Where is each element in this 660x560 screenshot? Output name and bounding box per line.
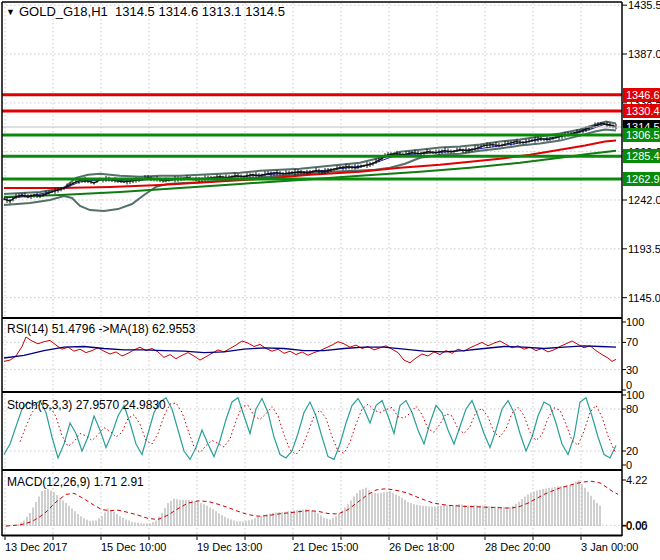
trading-chart-window: ▼GOLD_G18,H1 1314.5 1314.6 1313.1 1314.5… xyxy=(0,0,660,560)
rsi-indicator-label: RSI(14) 51.4796 ->MA(18) 62.9553 xyxy=(7,322,195,336)
time-axis-label: 28 Dec 20:00 xyxy=(485,541,550,553)
time-axis-label: 21 Dec 15:00 xyxy=(293,541,358,553)
stoch-scale-label: 80 xyxy=(626,403,638,415)
symbol-dropdown-icon[interactable]: ▼ xyxy=(6,7,15,17)
chart-title: ▼GOLD_G18,H1 1314.5 1314.6 1313.1 1314.5 xyxy=(6,4,285,19)
stoch-scale-label: 20 xyxy=(626,445,638,457)
stoch-scale-label: 100 xyxy=(626,389,644,401)
price-level-badge-1306.5: 1306.5 xyxy=(623,128,660,142)
y-axis-label: 1435.5 xyxy=(628,0,660,12)
macd-scale-label: 0.00 xyxy=(626,520,647,532)
price-level-badge-1330.4: 1330.4 xyxy=(623,104,660,118)
y-axis-label: 1193.5 xyxy=(628,242,660,256)
time-axis-label: 13 Dec 2017 xyxy=(5,541,67,553)
y-axis-label: 1145.0 xyxy=(628,291,660,305)
macd-indicator-label: MACD(12,26,9) 1.71 2.91 xyxy=(7,475,144,489)
symbol-timeframe-label: GOLD_G18,H1 xyxy=(19,4,108,19)
stoch-indicator-label: Stoch(5,3,3) 27.9570 24.9830 xyxy=(7,398,166,412)
rsi-scale-label: 100 xyxy=(626,316,644,328)
time-axis-label: 3 Jan 00:00 xyxy=(581,541,639,553)
y-axis-label: 1242.0 xyxy=(628,193,660,207)
macd-scale-label: 4.22 xyxy=(626,474,647,486)
price-level-badge-1262.9: 1262.9 xyxy=(623,172,660,186)
ohlc-quotes: 1314.5 1314.6 1313.1 1314.5 xyxy=(115,4,285,19)
stoch-scale-label: 0 xyxy=(626,459,632,471)
price-level-badge-1285.4: 1285.4 xyxy=(623,149,660,163)
time-axis-label: 15 Dec 10:00 xyxy=(101,541,166,553)
time-axis-label: 19 Dec 13:00 xyxy=(197,541,262,553)
price-level-badge-1346.6: 1346.6 xyxy=(623,88,660,102)
rsi-scale-label: 70 xyxy=(626,336,638,348)
time-axis-label: 26 Dec 18:00 xyxy=(389,541,454,553)
y-axis-label: 1387.0 xyxy=(628,47,660,61)
rsi-scale-label: 30 xyxy=(626,364,638,376)
